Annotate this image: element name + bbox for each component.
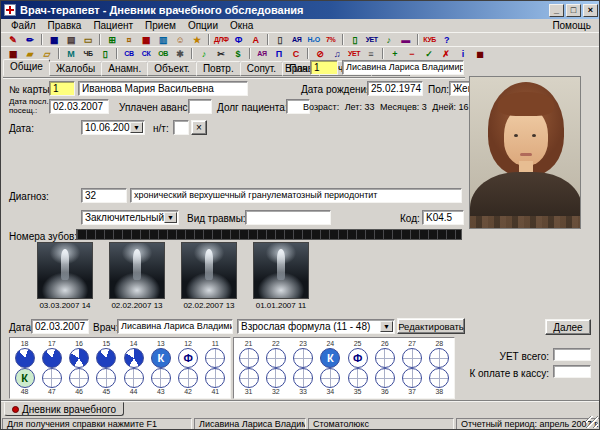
pencil-icon[interactable]: ✎ <box>5 33 21 46</box>
formula-date-field[interactable]: 02.03.2007 <box>31 319 89 334</box>
cross-icon[interactable]: ✗ <box>438 47 454 60</box>
info-icon[interactable]: i <box>455 47 471 60</box>
p-letter-icon[interactable]: П <box>271 47 287 60</box>
close-button[interactable]: × <box>583 4 598 17</box>
percent-icon[interactable]: 7% <box>323 33 339 46</box>
tooth-37[interactable]: 37 <box>399 368 426 396</box>
xray-image[interactable] <box>253 242 309 299</box>
formula-type-select[interactable]: Взрослая формула (11 - 48) ▼ <box>237 319 395 334</box>
card-number-field[interactable]: 1 <box>49 81 75 96</box>
tooth-47[interactable]: 47 <box>38 368 65 396</box>
xray-image[interactable] <box>37 242 93 299</box>
h2o-icon[interactable]: Н₂О <box>306 33 322 46</box>
calculator-icon[interactable]: ⊞ <box>104 33 120 46</box>
diagnosis-stage-dropdown-icon[interactable]: ▼ <box>164 212 177 223</box>
tab-1[interactable]: Общие <box>3 59 50 76</box>
tooth-23[interactable]: 23 <box>290 340 317 368</box>
forbid-icon[interactable]: ⊘ <box>312 47 328 60</box>
note-icon[interactable]: ♪ <box>381 33 397 46</box>
tab-4[interactable]: Объект. <box>147 61 197 76</box>
tooth-42[interactable]: 42 <box>175 368 202 396</box>
xray-image[interactable] <box>181 242 237 299</box>
nt-field[interactable] <box>173 120 189 135</box>
calendar-icon[interactable]: ▦ <box>138 33 154 46</box>
plus-icon[interactable]: + <box>387 47 403 60</box>
tooth-31[interactable]: 31 <box>235 368 262 396</box>
tooth-26[interactable]: 26 <box>371 340 398 368</box>
a-letter-icon[interactable]: А <box>248 33 264 46</box>
tooth-35[interactable]: 35 <box>344 368 371 396</box>
uet-total-field[interactable] <box>553 348 591 361</box>
save-icon[interactable]: ▦ <box>46 33 62 46</box>
document-icon[interactable]: ▯ <box>272 33 288 46</box>
menu-Окна[interactable]: Окна <box>224 20 259 31</box>
patient-icon[interactable]: ☺ <box>172 33 188 46</box>
menu-Опции[interactable]: Опции <box>182 20 224 31</box>
menu-Пациент[interactable]: Пациент <box>87 20 139 31</box>
tab-3[interactable]: Анамн. <box>101 61 148 76</box>
nt-clear-button[interactable]: × <box>191 120 207 135</box>
f-letter-icon[interactable]: Ф <box>231 33 247 46</box>
dlf-icon[interactable]: ДЛФ <box>213 33 230 46</box>
next-button[interactable]: Далее <box>545 319 591 335</box>
tooth-32[interactable]: 32 <box>262 368 289 396</box>
menu-Правка[interactable]: Правка <box>42 20 88 31</box>
visit-date-field[interactable]: 10.06.2007 ▼ <box>81 120 145 135</box>
tooth-24[interactable]: 24К <box>317 340 344 368</box>
notes-icon[interactable]: ♫ <box>329 47 345 60</box>
tooth-34[interactable]: 34 <box>317 368 344 396</box>
list-icon[interactable]: ≡ <box>363 47 379 60</box>
tooth-12[interactable]: 12Ф <box>175 340 202 368</box>
exit-icon[interactable]: ◼ <box>472 47 488 60</box>
tooth-41[interactable]: 41 <box>202 368 229 396</box>
trauma-field[interactable] <box>245 210 331 225</box>
tooth-43[interactable]: 43 <box>147 368 174 396</box>
uet-icon[interactable]: УЕТ <box>364 33 380 46</box>
last-visit-field[interactable]: 02.03.2007 <box>49 99 109 114</box>
edit-button[interactable]: Редактировать <box>397 318 465 334</box>
sv-icon[interactable]: СВ <box>121 47 137 60</box>
pay-total-field[interactable] <box>553 365 591 378</box>
book-icon[interactable]: ▥ <box>155 33 171 46</box>
tooth-15[interactable]: 15 <box>93 340 120 368</box>
sk-icon[interactable]: СК <box>138 47 154 60</box>
tooth-16[interactable]: 16 <box>66 340 93 368</box>
scissors-icon[interactable]: ✂ <box>213 47 229 60</box>
tooth-33[interactable]: 33 <box>290 368 317 396</box>
tooth-36[interactable]: 36 <box>371 368 398 396</box>
music-icon[interactable]: ♪ <box>196 47 212 60</box>
tab-2[interactable]: Жалобы <box>49 61 102 76</box>
sort-az-icon[interactable]: АЯ <box>289 33 305 46</box>
help-icon[interactable]: ? <box>439 33 455 46</box>
tooth-13[interactable]: 13К <box>147 340 174 368</box>
diagnosis-stage-select[interactable]: Заключительный ▼ <box>81 210 179 225</box>
doctor-name-field[interactable]: Лисавина Лариса Владимировна <box>342 60 464 75</box>
tooth-46[interactable]: 46 <box>66 368 93 396</box>
money-icon[interactable]: ¤ <box>121 33 137 46</box>
patient-name-field[interactable]: Иванова Мария Васильевна <box>78 81 248 96</box>
formula-type-dropdown-icon[interactable]: ▼ <box>380 321 393 332</box>
diagnosis-text-field[interactable]: хронический верхушечный гранулематозный … <box>130 188 462 203</box>
menu-Файл[interactable]: Файл <box>5 20 42 31</box>
tooth-22[interactable]: 22 <box>262 340 289 368</box>
gear-icon[interactable]: ✱ <box>172 47 188 60</box>
tooth-14[interactable]: 14 <box>120 340 147 368</box>
star-icon[interactable]: ★ <box>189 33 205 46</box>
pen-icon[interactable]: ✏ <box>22 33 38 46</box>
formula-doctor-field[interactable]: Лисавина Лариса Владимировна <box>117 319 233 334</box>
card-icon[interactable]: ▭ <box>80 33 96 46</box>
resize-grip[interactable] <box>586 416 598 428</box>
tab-5[interactable]: Повтр. <box>196 61 241 76</box>
print-icon[interactable]: ▤ <box>63 33 79 46</box>
title-bar[interactable]: Врач-терапевт - Дневник врачебного обсле… <box>1 1 600 19</box>
tooth-11[interactable]: 11 <box>202 340 229 368</box>
mdi-tab-diary[interactable]: Дневник врачебного <box>4 402 124 416</box>
minimize-button[interactable]: _ <box>549 4 564 17</box>
tooth-28[interactable]: 28 <box>426 340 453 368</box>
tooth-17[interactable]: 17 <box>38 340 65 368</box>
menu-help[interactable]: Помощь <box>546 20 597 31</box>
az-icon[interactable]: АЯ <box>254 47 270 60</box>
xray-image[interactable] <box>109 242 165 299</box>
diagnosis-tooth-field[interactable]: 32 <box>81 188 127 203</box>
tooth-44[interactable]: 44 <box>120 368 147 396</box>
